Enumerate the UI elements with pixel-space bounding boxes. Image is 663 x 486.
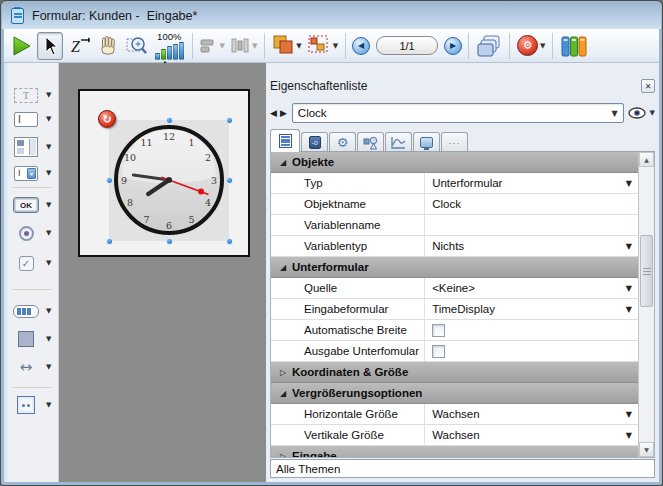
tool-combobox-button[interactable]: I▾ ▼ (11, 161, 57, 185)
next-page-button[interactable]: ▶ (444, 37, 462, 55)
tab-more[interactable]: ··· (441, 132, 468, 152)
section-koordinaten-groesse[interactable]: Koordinaten & Größe (271, 362, 638, 383)
property-value-dropdown[interactable]: Nichts ▼ (425, 236, 638, 256)
tab-settings[interactable]: ⚙ (329, 132, 356, 152)
collapsed-triangle-icon[interactable] (280, 452, 292, 458)
dynamic-object-badge-icon[interactable]: ↻ (98, 110, 116, 128)
visibility-filter-button[interactable]: ▼ (628, 107, 655, 119)
chevron-down-icon[interactable]: ▼ (626, 305, 632, 314)
property-value-dropdown[interactable]: <Keine> ▼ (425, 278, 638, 298)
chevron-down-icon[interactable]: ▼ (46, 229, 51, 237)
section-vergroesserungsoptionen[interactable]: Vergrößerungsoptionen (271, 383, 638, 404)
property-value-text: Unterformular (432, 177, 502, 189)
object-selector-combobox[interactable]: Clock ▼ (292, 103, 624, 123)
tool-socket-button[interactable]: ▼ (11, 393, 57, 417)
chevron-down-icon[interactable]: ▼ (46, 201, 51, 209)
chevron-down-icon[interactable]: ▼ (626, 284, 632, 293)
hand-icon (98, 35, 118, 56)
resize-handle-e[interactable] (226, 177, 233, 184)
resize-handle-s[interactable] (166, 238, 173, 245)
settings-gear-button[interactable]: ⚙ ▼ (516, 32, 546, 60)
clock-numeral: 1 (188, 137, 194, 148)
resize-handle-sw[interactable] (106, 238, 113, 245)
section-objekte[interactable]: Objekte (271, 152, 638, 173)
chevron-down-icon[interactable]: ▼ (626, 431, 632, 440)
pan-tool-button[interactable] (95, 32, 121, 60)
tool-label-button[interactable]: T ▼ (11, 83, 57, 107)
chevron-down-icon[interactable]: ▼ (626, 179, 632, 188)
resize-handle-w[interactable] (106, 177, 113, 184)
section-unterformular[interactable]: Unterformular (271, 257, 638, 278)
scroll-up-button[interactable]: ▲ (639, 152, 654, 167)
theme-filter-field[interactable]: Alle Themen (270, 459, 655, 478)
previous-page-button[interactable]: ◀ (352, 37, 370, 55)
scrollbar-thumb[interactable] (640, 235, 653, 307)
property-value-dropdown[interactable]: TimeDisplay ▼ (425, 299, 638, 319)
chevron-down-icon[interactable]: ▼ (46, 307, 51, 315)
tab-objects[interactable] (357, 132, 384, 152)
chevron-down-icon[interactable]: ▼ (46, 169, 51, 177)
expand-triangle-icon[interactable] (280, 263, 292, 272)
chevron-down-icon[interactable]: ▼ (46, 335, 51, 343)
chevron-down-icon[interactable]: ▼ (46, 91, 51, 99)
chevron-down-icon[interactable]: ▼ (626, 242, 632, 251)
property-value-dropdown[interactable]: Wachsen ▼ (425, 404, 638, 424)
property-value-dropdown[interactable]: Wachsen ▼ (425, 425, 638, 445)
select-tool-button[interactable] (37, 32, 63, 60)
tab-data[interactable]: -o (301, 132, 328, 152)
next-object-button[interactable]: ▶ (280, 108, 288, 118)
clock-numeral: 11 (140, 137, 152, 148)
tab-order-button[interactable]: Z (66, 32, 92, 60)
chevron-down-icon[interactable]: ▼ (46, 401, 51, 409)
distribute-objects-button[interactable]: ▼ (229, 32, 258, 60)
tool-pushbutton-button[interactable]: OK ▼ (11, 193, 57, 217)
property-category-tabs: -o ⚙ ··· (270, 129, 655, 152)
zoom-level-indicator[interactable]: 100% (155, 32, 184, 60)
checkbox[interactable] (432, 324, 445, 337)
prev-object-button[interactable]: ◀ (270, 108, 278, 118)
resize-handle-ne[interactable] (226, 117, 233, 124)
zoom-selection-button[interactable] (124, 32, 150, 60)
tool-radiobutton-button[interactable]: ▼ (11, 221, 57, 245)
library-button[interactable] (559, 32, 589, 60)
form-page[interactable]: 12 1 2 3 4 5 6 7 8 9 10 11 (78, 89, 250, 257)
tool-textbox-button[interactable]: I ▼ (11, 107, 57, 131)
close-panel-icon[interactable]: ✕ (641, 79, 655, 93)
tool-checkbox-button[interactable]: ✓ ▼ (11, 251, 57, 275)
tab-display[interactable] (413, 132, 440, 152)
tool-progressbar-button[interactable]: ▼ (11, 299, 57, 323)
resize-handle-n[interactable] (166, 117, 173, 124)
tool-splitter-button[interactable]: ↔ ▼ (11, 355, 57, 379)
run-form-button[interactable] (8, 32, 34, 60)
chevron-down-icon[interactable]: ▼ (46, 115, 51, 123)
arrange-order-button[interactable]: ▼ (271, 32, 302, 60)
resize-handle-se[interactable] (226, 238, 233, 245)
expand-triangle-icon[interactable] (280, 389, 292, 398)
property-value-dropdown[interactable]: Unterformular ▼ (425, 173, 638, 193)
frame-tool-icon (18, 331, 34, 347)
property-value-field[interactable]: Clock (425, 194, 638, 214)
collapsed-triangle-icon[interactable] (280, 368, 292, 377)
chevron-down-icon[interactable]: ▼ (46, 363, 51, 371)
chevron-down-icon[interactable]: ▼ (626, 410, 632, 419)
properties-scrollbar[interactable]: ▲ ▼ (638, 152, 654, 457)
titlebar[interactable]: Formular: Kunden - Eingabe* (2, 2, 661, 29)
clock-widget[interactable]: 12 1 2 3 4 5 6 7 8 9 10 11 (112, 123, 226, 237)
chevron-down-icon[interactable]: ▼ (46, 143, 51, 151)
section-eingabe[interactable]: Eingabe (271, 446, 638, 457)
section-title: Unterformular (292, 261, 369, 273)
tool-listbox-button[interactable]: ▼ (11, 135, 57, 159)
checkbox[interactable] (432, 345, 445, 358)
toolbar: Z 100% ▼ ▼ ▼ (4, 29, 659, 63)
align-objects-button[interactable]: ▼ (199, 32, 226, 60)
pages-overview-button[interactable] (475, 32, 503, 60)
expand-triangle-icon[interactable] (280, 158, 292, 167)
scroll-down-button[interactable]: ▼ (639, 442, 654, 457)
selection-mode-button[interactable]: ▼ (306, 32, 339, 60)
tool-frame-button[interactable]: ▼ (11, 327, 57, 351)
tab-curve[interactable] (385, 132, 412, 152)
scrollbar-track[interactable] (639, 167, 654, 442)
tab-properties[interactable] (270, 129, 300, 152)
chevron-down-icon[interactable]: ▼ (46, 259, 51, 267)
property-value-field[interactable] (425, 215, 638, 235)
